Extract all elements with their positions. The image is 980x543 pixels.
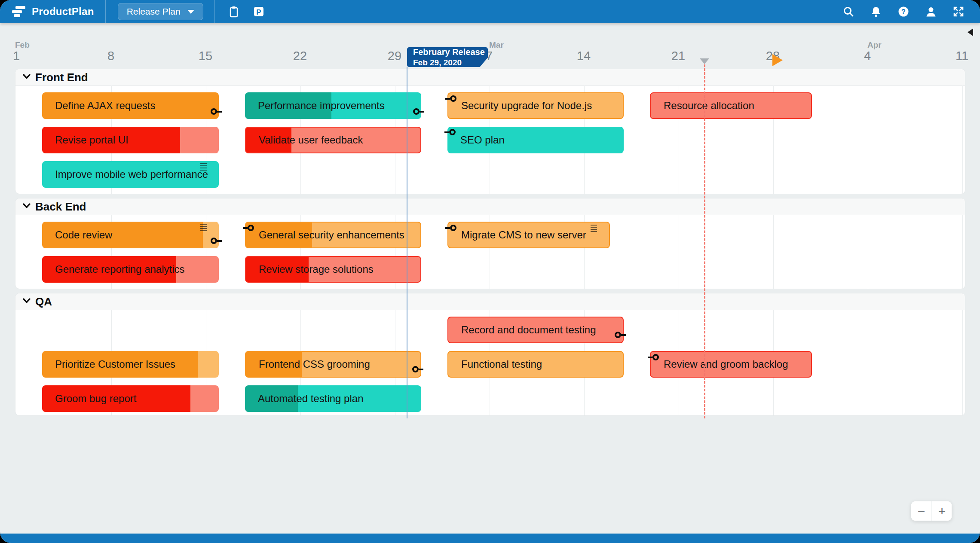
connector-dot <box>449 129 456 135</box>
grid-line <box>868 215 868 289</box>
parking-lot-badge-icon[interactable]: P <box>253 6 265 18</box>
roadmap-bar[interactable]: Validate user feedback <box>245 127 421 153</box>
release-date-line <box>407 67 407 418</box>
app-window: ProductPlan Release Plan P ? <box>0 0 980 543</box>
grid-line <box>868 85 868 194</box>
chevron-down-icon <box>22 298 31 305</box>
connector-stub <box>445 98 450 100</box>
brand-title: ProductPlan <box>32 6 94 18</box>
day-tick-label: 22 <box>293 49 307 63</box>
day-tick-label: 11 <box>956 49 968 63</box>
today-marker-icon[interactable] <box>700 58 709 64</box>
roadmap-bar[interactable]: Groom bug report <box>42 385 219 412</box>
bar-label: Resource allocation <box>664 100 754 112</box>
bar-label: Groom bug report <box>55 393 136 405</box>
roadmap-bar[interactable]: Generate reporting analytics <box>42 256 219 283</box>
account-icon[interactable] <box>925 6 937 18</box>
bar-label: Performance improvements <box>258 100 385 112</box>
bar-label: Improve mobile web performance <box>55 168 208 180</box>
notes-icon <box>200 224 207 231</box>
roadmap-bar[interactable]: Code review <box>42 222 219 248</box>
lane-qa: QARecord and document testingPrioritize … <box>15 293 965 416</box>
connector-stub <box>445 227 450 229</box>
roadmap-bar[interactable]: Prioritize Customer Issues <box>42 351 219 378</box>
roadmap-bar[interactable]: Resource allocation <box>650 92 812 119</box>
connector-dot <box>211 238 217 244</box>
day-tick-label: 21 <box>671 49 685 63</box>
bottom-bar <box>0 534 980 543</box>
roadmap-bar[interactable]: Functional testing <box>447 351 624 378</box>
lane-header[interactable]: Front End <box>15 69 965 86</box>
dependency-connector-icon[interactable] <box>615 332 626 338</box>
chevron-down-icon <box>22 203 31 210</box>
milestone-flag-icon[interactable] <box>772 54 783 66</box>
connector-dot <box>615 332 621 338</box>
zoom-out-button[interactable]: − <box>911 501 931 521</box>
roadmap-canvas: FebMarApr181522297142128411 Front EndDef… <box>0 0 980 543</box>
roadmap-bar[interactable]: Define AJAX requests <box>42 92 219 119</box>
zoom-in-button[interactable]: + <box>931 501 952 521</box>
release-flag-date: Feb 29, 2020 <box>413 58 488 67</box>
connector-dot <box>412 366 419 372</box>
bar-label: Review storage solutions <box>259 263 374 275</box>
bar-label: Review and groom backlog <box>664 358 788 370</box>
top-bar: ProductPlan Release Plan P ? <box>0 0 980 23</box>
dependency-connector-icon[interactable] <box>412 366 423 372</box>
chevron-down-icon <box>187 10 194 14</box>
search-icon[interactable] <box>842 6 854 18</box>
bar-label: Code review <box>55 229 112 241</box>
bar-label: General security enhancements <box>259 229 404 241</box>
dependency-connector-icon[interactable] <box>445 225 456 231</box>
notifications-icon[interactable] <box>870 6 882 18</box>
connector-stub <box>420 111 424 113</box>
collapse-panel-arrow-icon[interactable] <box>968 28 973 36</box>
plan-selector-button[interactable]: Release Plan <box>118 3 203 20</box>
connector-stub <box>217 111 222 113</box>
roadmap-bar[interactable]: Improve mobile web performance <box>42 161 219 188</box>
topbar-actions: ? <box>842 6 965 18</box>
month-label: Feb <box>15 40 30 50</box>
roadmap-bar[interactable]: Migrate CMS to new server <box>447 222 610 248</box>
grid-line <box>679 215 679 289</box>
zoom-controls: − + <box>911 501 952 521</box>
connector-stub <box>419 369 423 370</box>
dependency-connector-icon[interactable] <box>211 238 222 244</box>
connector-stub <box>243 227 248 229</box>
roadmap-bar[interactable]: Performance improvements <box>245 92 421 119</box>
connector-stub <box>217 240 222 242</box>
lane-header[interactable]: QA <box>15 293 965 310</box>
roadmap-bar[interactable]: SEO plan <box>447 127 624 153</box>
roadmap-bar[interactable]: Record and document testing <box>447 317 624 343</box>
dependency-connector-icon[interactable] <box>211 108 222 115</box>
lane-title: QA <box>35 295 52 308</box>
dependency-connector-icon[interactable] <box>444 129 456 135</box>
roadmap-bar[interactable]: Revise portal UI <box>42 127 219 153</box>
help-icon[interactable]: ? <box>897 6 910 18</box>
topbar-divider <box>105 0 106 23</box>
bar-label: SEO plan <box>460 134 505 146</box>
clipboard-icon[interactable] <box>228 6 240 18</box>
roadmap-bar[interactable]: General security enhancements <box>245 222 421 248</box>
roadmap-bar[interactable]: Frontend CSS grooming <box>245 351 421 378</box>
month-label: Apr <box>867 40 882 50</box>
dependency-connector-icon[interactable] <box>445 95 456 102</box>
lane-header[interactable]: Back End <box>15 198 965 215</box>
bar-label: Migrate CMS to new server <box>461 229 586 241</box>
release-milestone-flag[interactable]: February Release Feb 29, 2020 <box>407 47 488 67</box>
dependency-connector-icon[interactable] <box>648 354 659 360</box>
bar-label: Security upgrade for Node.js <box>461 100 592 112</box>
fullscreen-icon[interactable] <box>952 6 965 18</box>
dependency-connector-icon[interactable] <box>413 108 424 115</box>
lane-front-end: Front EndDefine AJAX requestsPerformance… <box>15 69 965 194</box>
roadmap-bar[interactable]: Review and groom backlog <box>650 351 812 378</box>
roadmap-bar[interactable]: Review storage solutions <box>245 256 421 283</box>
grid-line <box>773 215 774 289</box>
productplan-logo-icon <box>11 6 27 18</box>
dependency-connector-icon[interactable] <box>243 225 254 231</box>
month-label: Mar <box>489 40 504 50</box>
lane-title: Front End <box>35 71 88 84</box>
roadmap-bar[interactable]: Automated testing plan <box>245 385 421 412</box>
roadmap-bar[interactable]: Security upgrade for Node.js <box>447 92 624 119</box>
connector-stub <box>444 131 449 133</box>
connector-dot <box>413 108 420 115</box>
